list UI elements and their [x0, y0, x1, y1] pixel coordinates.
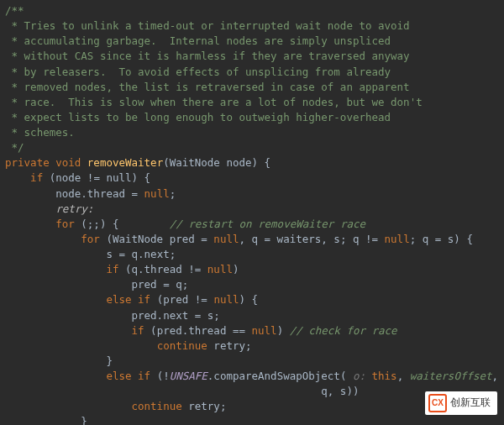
param-name: node: [226, 156, 251, 169]
modifiers: private void: [5, 156, 81, 169]
method-name: removeWaiter: [87, 156, 163, 169]
code-block: /** * Tries to unlink a timed-out or int…: [0, 0, 504, 425]
watermark: CX 创新互联: [425, 391, 497, 415]
unsafe-ref: UNSAFE: [170, 370, 207, 382]
line-comment: // check for race: [290, 324, 397, 337]
param-hint: o:: [346, 370, 371, 382]
watermark-text: 创新互联: [450, 396, 491, 410]
line-comment: // restart on removeWaiter race: [170, 218, 365, 230]
javadoc-comment: /** * Tries to unlink a timed-out or int…: [5, 4, 423, 154]
retry-label: retry:: [55, 202, 93, 215]
param-type: WaitNode: [170, 156, 220, 169]
if-cond: node != null: [55, 171, 131, 184]
watermark-logo-icon: CX: [428, 394, 447, 412]
